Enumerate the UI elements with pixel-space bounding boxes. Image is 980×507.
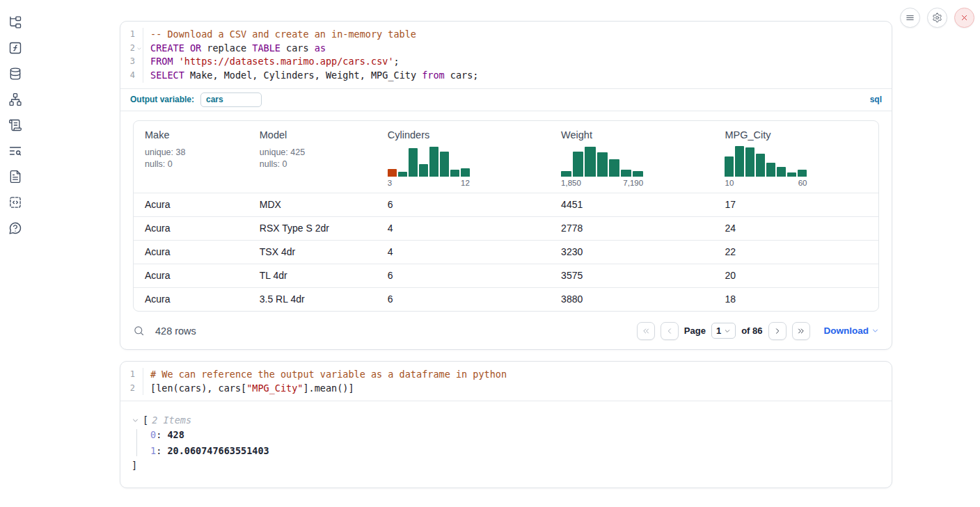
column-header: Modelunique: 425nulls: 0 (248, 121, 377, 193)
histogram-bar (787, 172, 796, 177)
row-count: 428 rows (155, 325, 196, 337)
code-token: 'https://datasets.marimo.app/cars.csv' (179, 56, 394, 67)
next-page-button[interactable] (768, 322, 787, 340)
column-name[interactable]: MPG_City (725, 129, 867, 140)
page-select-value: 1 (716, 325, 721, 336)
fold-spacer (135, 55, 143, 69)
code-line: 2CREATE OR replace TABLE cars as (120, 42, 892, 56)
table-cell: RSX Type S 2dr (248, 217, 377, 240)
column-stat-line: nulls: 0 (260, 159, 365, 170)
code-content: SELECT Make, Model, Cylinders, Weight, M… (143, 69, 478, 83)
column-name[interactable]: Weight (561, 129, 702, 140)
chevron-down-icon (724, 328, 731, 335)
python-code-editor[interactable]: 1# We can reference the output variable … (120, 362, 892, 401)
table-cell: 3880 (550, 288, 713, 311)
first-page-button[interactable] (637, 322, 655, 340)
histogram-min-label: 3 (388, 179, 392, 187)
download-menu-button[interactable]: Download (824, 325, 880, 336)
histogram-min-label: 10 (725, 179, 734, 187)
histogram-bar (756, 154, 765, 177)
datasources-icon[interactable] (8, 67, 22, 81)
column-histogram: 1,8507,190 (561, 144, 643, 187)
column-name[interactable]: Cylinders (388, 129, 539, 140)
histogram-bar (450, 170, 459, 177)
sql-code-editor[interactable]: 1-- Download a CSV and create an in-memo… (120, 22, 892, 88)
histogram-bar (633, 171, 643, 177)
output-variable-input[interactable] (200, 92, 262, 107)
table-search-button[interactable] (133, 325, 145, 337)
line-number: 2 (120, 382, 143, 396)
table-cell: 24 (713, 217, 878, 240)
code-line: 4SELECT Make, Model, Cylinders, Weight, … (120, 69, 892, 83)
page-total: of 86 (741, 325, 762, 336)
code-content: # We can reference the output variable a… (143, 368, 507, 382)
table-cell: 3.5 RL 4dr (248, 288, 377, 311)
python-output: [ 2 Items 0: 4281: 20.060747663551403 ] (120, 401, 892, 488)
fold-spacer (135, 69, 143, 83)
chevron-left-icon (665, 326, 674, 336)
notebook-area: 1-- Download a CSV and create an in-memo… (120, 21, 892, 488)
tree-entry-index: 0 (150, 429, 156, 440)
table-cell: 6 (377, 193, 550, 216)
page-select[interactable]: 1 (711, 323, 736, 339)
sql-cell: 1-- Download a CSV and create an in-memo… (120, 21, 892, 350)
close-bracket: ] (132, 458, 880, 472)
code-token: as (315, 42, 326, 54)
histogram-bar (798, 170, 807, 177)
column-name[interactable]: Model (260, 129, 365, 140)
fold-spacer (135, 382, 143, 396)
tree-entry-colon: : (156, 445, 167, 456)
shutdown-button[interactable] (954, 8, 974, 28)
tree-entry: 1: 20.060747663551403 (132, 443, 880, 459)
table-cell: MDX (248, 193, 377, 216)
snippets-icon[interactable] (8, 195, 22, 209)
code-token: CREATE (150, 42, 184, 54)
code-content: CREATE OR replace TABLE cars as (143, 42, 326, 56)
column-name[interactable]: Make (145, 129, 237, 140)
code-line: 2[len(cars), cars["MPG_City"].mean()] (120, 382, 892, 396)
fold-spacer (135, 28, 143, 42)
previous-page-button[interactable] (661, 322, 679, 340)
tree-entry: 0: 428 (132, 427, 880, 443)
code-content: -- Download a CSV and create an in-memor… (143, 28, 416, 42)
table-cell: Acura (134, 288, 248, 311)
gear-icon (932, 13, 942, 23)
settings-button[interactable] (927, 8, 947, 28)
table-cell: 4 (377, 217, 550, 240)
collapse-chevron-icon[interactable] (132, 417, 139, 424)
last-page-button[interactable] (792, 322, 810, 340)
page-label: Page (684, 325, 706, 336)
table-row: AcuraMDX6445117 (134, 193, 878, 216)
code-token: -- Download a CSV and create an in-memor… (150, 29, 416, 40)
histogram-bar (585, 147, 595, 177)
histogram-min-label: 1,850 (561, 179, 581, 187)
documentation-icon[interactable] (8, 170, 22, 184)
histogram-bar (429, 147, 438, 177)
file-explorer-icon[interactable] (8, 15, 22, 29)
table-cell: 3575 (550, 264, 713, 287)
histogram-bars (561, 144, 643, 177)
line-number: 1 (120, 28, 143, 42)
code-token: OR (190, 42, 201, 54)
histogram-max-label: 7,190 (623, 179, 643, 187)
help-icon[interactable] (8, 221, 22, 235)
dependency-graph-icon[interactable] (8, 92, 22, 106)
menu-button[interactable] (900, 8, 920, 28)
histogram-range-labels: 312 (388, 179, 470, 187)
table-cell: Acura (134, 264, 248, 287)
tree-entry-value: 20.060747663551403 (167, 445, 269, 456)
fold-chevron-icon[interactable] (135, 42, 143, 56)
histogram-bar (561, 171, 571, 177)
functions-icon[interactable] (8, 41, 22, 55)
code-token (173, 56, 179, 67)
histogram-bar (597, 152, 608, 177)
scratchpad-icon[interactable] (8, 118, 22, 132)
histogram-bars (725, 144, 807, 177)
column-header: Makeunique: 38nulls: 0 (134, 121, 248, 193)
line-number-text: 3 (121, 55, 135, 69)
chevron-right-icon (773, 326, 782, 336)
code-token (184, 42, 190, 54)
logs-icon[interactable] (8, 144, 22, 158)
tree-entry-colon: : (156, 429, 167, 440)
histogram-bar (766, 163, 775, 177)
